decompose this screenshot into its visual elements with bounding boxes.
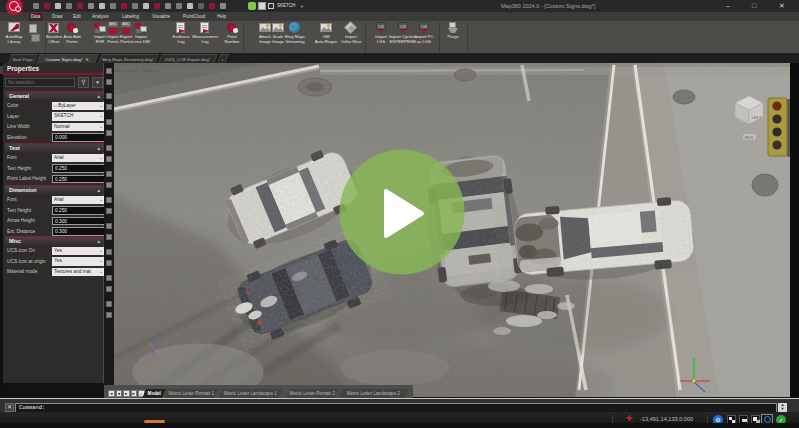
svg-text:LEFT: LEFT — [752, 115, 763, 120]
svg-text:WCS: WCS — [745, 136, 754, 140]
svg-text:Custom Signs • Realistic: Custom Signs • Realistic — [110, 68, 160, 73]
